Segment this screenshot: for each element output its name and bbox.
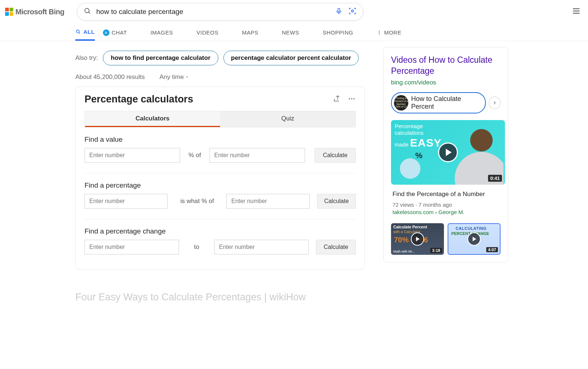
find-value-operator: % of — [187, 152, 202, 159]
svg-line-9 — [79, 32, 80, 33]
also-try-row: Also try: how to find percentage calcula… — [75, 51, 366, 65]
dots-vertical-icon — [377, 30, 382, 35]
svg-line-1 — [89, 12, 90, 14]
bing-logo[interactable]: Microsoft Bing — [5, 8, 64, 16]
header: Microsoft Bing — [0, 0, 588, 22]
find-value-calculate-button[interactable]: Calculate — [315, 148, 356, 163]
microsoft-logo-icon — [5, 8, 13, 16]
find-percentage-calculate-button[interactable]: Calculate — [317, 194, 356, 209]
play-icon — [411, 232, 424, 246]
tab-images[interactable]: IMAGES — [150, 29, 173, 41]
chat-icon — [103, 29, 110, 36]
search-small-icon — [75, 29, 81, 35]
tab-chat-label: CHAT — [112, 29, 127, 36]
tab-more[interactable]: MORE — [377, 29, 401, 41]
find-change-calculate-button[interactable]: Calculate — [316, 240, 356, 254]
tab-chat[interactable]: CHAT — [103, 29, 127, 41]
svg-point-0 — [85, 8, 89, 13]
duration-badge: 3:18 — [430, 248, 442, 253]
find-change-title: Find a percentage change — [85, 227, 356, 235]
tab-news[interactable]: NEWS — [282, 29, 299, 41]
tab-videos[interactable]: VIDEOS — [197, 29, 219, 41]
chip-label: How to Calculate Percent — [411, 95, 480, 111]
result-count: About 45,200,000 results — [75, 73, 145, 81]
main-video-thumbnail[interactable]: Percentage calculations made EASY 0:41 — [391, 120, 505, 185]
find-percentage-operator: is what % of — [175, 198, 219, 205]
time-filter-dropdown[interactable]: Any time — [159, 73, 189, 81]
results-meta-row: About 45,200,000 results Any time — [75, 73, 366, 81]
chevron-right-icon — [492, 100, 497, 105]
share-icon[interactable] — [333, 95, 341, 104]
hamburger-menu-icon[interactable] — [572, 7, 581, 17]
tab-maps[interactable]: MAPS — [242, 29, 258, 41]
tab-shopping[interactable]: SHOPPING — [323, 29, 353, 41]
svg-point-10 — [379, 30, 380, 31]
svg-point-14 — [351, 98, 352, 100]
card-title: Percentage calculators — [85, 94, 193, 105]
card-tabbar: Calculators Quiz — [85, 111, 356, 127]
also-try-label: Also try: — [75, 54, 98, 62]
play-icon — [438, 142, 458, 162]
tab-all[interactable]: ALL — [75, 29, 95, 41]
find-percentage-input-2[interactable] — [226, 194, 309, 209]
also-try-pill-0[interactable]: how to find percentage calculator — [103, 51, 218, 65]
more-options-icon[interactable] — [348, 95, 356, 104]
mini-video-1[interactable]: CALCULATING PERCENT CHANGE 4:07 — [448, 223, 501, 255]
visual-search-icon[interactable] — [348, 7, 356, 17]
videos-panel-title[interactable]: Videos of How to Calculate Percentage — [391, 55, 501, 77]
duration-badge: 0:41 — [488, 175, 502, 182]
svg-point-4 — [351, 10, 354, 12]
find-percentage-input-1[interactable] — [85, 194, 168, 209]
find-value-title: Find a value — [85, 135, 356, 144]
tab-calculators[interactable]: Calculators — [85, 111, 220, 127]
search-box[interactable] — [77, 3, 363, 21]
svg-point-11 — [379, 32, 380, 33]
videos-panel-source[interactable]: bing.com/videos — [391, 79, 501, 86]
search-nav-tabs: ALL CHAT IMAGES VIDEOS MAPS NEWS SHOPPIN… — [0, 22, 588, 41]
duration-badge: 4:07 — [486, 247, 498, 252]
caret-down-icon — [185, 75, 189, 79]
tab-all-label: ALL — [83, 29, 95, 35]
find-change-input-1[interactable] — [85, 240, 179, 254]
svg-rect-2 — [338, 8, 340, 12]
find-percentage-title: Find a percentage — [85, 181, 356, 189]
videos-side-panel: Videos of How to Calculate Percentage bi… — [383, 47, 508, 263]
video-topic-chip[interactable]: Finding a Percent of a Number 25% of 12 … — [391, 92, 486, 113]
svg-point-12 — [379, 33, 380, 34]
main-video-meta: 72 views · 7 months ago — [392, 202, 499, 208]
video-overlay-text: Percentage calculations made EASY — [395, 123, 441, 149]
svg-point-13 — [349, 98, 350, 100]
also-try-pill-1[interactable]: percentage calculator percent calculator — [223, 51, 359, 65]
find-value-input-1[interactable] — [85, 148, 180, 163]
search-icon[interactable] — [84, 7, 91, 16]
find-change-operator: to — [186, 243, 207, 251]
search-input[interactable] — [96, 8, 331, 16]
chip-thumbnail-icon: Finding a Percent of a Number 25% of 12 — [394, 95, 408, 111]
find-value-input-2[interactable] — [209, 148, 305, 163]
next-result-teaser: Four Easy Ways to Calculate Percentages … — [75, 292, 366, 303]
svg-point-8 — [76, 30, 79, 33]
find-value-section: Find a value % of Calculate — [85, 135, 356, 163]
brand-text: Microsoft Bing — [15, 8, 64, 16]
mini-video-0[interactable]: Calculate Percent with a Calculator 70% … — [391, 223, 444, 255]
percent-graphic-icon — [400, 158, 420, 179]
chip-next-button[interactable] — [489, 97, 501, 109]
find-change-section: Find a percentage change to Calculate — [85, 227, 356, 254]
main-video-source[interactable]: takelessons.com › George M. — [392, 209, 499, 215]
microphone-icon[interactable] — [335, 7, 343, 17]
percentage-calculator-card: Percentage calculators Calculators Quiz … — [75, 87, 365, 269]
tab-quiz[interactable]: Quiz — [220, 111, 355, 127]
svg-point-15 — [354, 98, 355, 100]
play-icon — [467, 232, 481, 246]
main-video-title[interactable]: Find the Percentage of a Number — [392, 191, 499, 198]
find-percentage-section: Find a percentage is what % of Calculate — [85, 181, 356, 209]
find-change-input-2[interactable] — [214, 240, 309, 254]
